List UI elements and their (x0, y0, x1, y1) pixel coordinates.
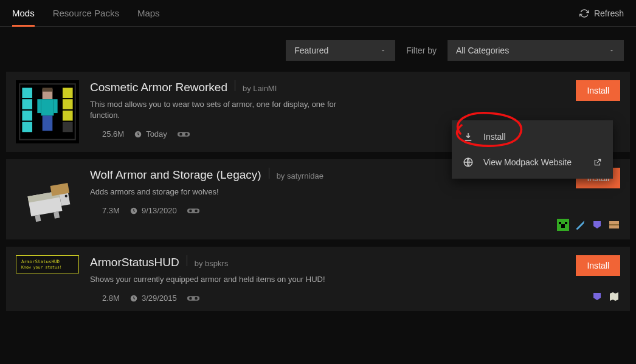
svg-rect-9 (63, 122, 73, 132)
download-icon (90, 207, 99, 215)
svg-point-32 (195, 209, 198, 212)
ctx-view-website-label: View Modpack Website (483, 157, 572, 167)
mod-author: by bspkrs (195, 259, 229, 268)
refresh-label: Refresh (594, 9, 624, 18)
downloads: 2.8M (90, 294, 120, 303)
svg-rect-11 (43, 88, 53, 91)
tab-label: Maps (137, 8, 160, 18)
mod-card: ArmorStatusHUDKnow your status! ArmorSta… (6, 247, 630, 311)
mod-title[interactable]: Cosmetic Armor Reworked (90, 81, 227, 94)
downloads-count: 25.6M (102, 129, 124, 139)
tag-weapon-icon[interactable] (574, 219, 586, 231)
content-tabs: Mods Resource Packs Maps Refresh (0, 0, 636, 27)
install-label: Install (587, 86, 609, 95)
chevron-down-icon (608, 47, 615, 54)
divider (269, 168, 269, 179)
tag-mob-icon[interactable] (557, 219, 569, 231)
ctx-view-website[interactable]: View Modpack Website (452, 149, 613, 175)
tag-armor-icon[interactable] (591, 290, 603, 303)
mod-meta: 7.3M 9/13/2020 (90, 206, 546, 215)
svg-rect-4 (22, 111, 32, 121)
tab-maps[interactable]: Maps (137, 0, 160, 27)
tab-mods[interactable]: Mods (12, 0, 35, 27)
svg-text:ArmorStatusHUD: ArmorStatusHUD (21, 259, 60, 264)
tag-storage-icon[interactable] (608, 219, 620, 231)
mod-title[interactable]: ArmorStatusHUD (90, 256, 179, 269)
svg-rect-6 (63, 88, 73, 98)
vr-indicator (177, 130, 190, 139)
goggles-icon (187, 294, 200, 303)
download-icon (90, 294, 99, 303)
updated: 3/29/2015 (130, 294, 177, 303)
mod-thumbnail[interactable] (16, 80, 79, 143)
downloads: 25.6M (90, 129, 124, 139)
install-button[interactable]: Install (576, 80, 620, 101)
category-select[interactable]: All Categories (448, 40, 624, 61)
refresh-button[interactable]: Refresh (579, 9, 624, 18)
mod-thumbnail[interactable] (16, 168, 79, 231)
svg-point-31 (189, 209, 192, 212)
svg-rect-24 (35, 215, 41, 222)
mod-info: ArmorStatusHUD by bspkrs Shows your curr… (90, 255, 565, 303)
mod-description: Adds armors and storage for wolves! (90, 187, 339, 197)
filter-row: Featured Filter by All Categories (0, 27, 636, 72)
globe-icon (463, 157, 474, 168)
vr-indicator (187, 294, 200, 303)
tab-label: Resource Packs (53, 8, 119, 18)
mod-author: by LainMI (243, 84, 277, 93)
svg-rect-14 (54, 99, 57, 113)
svg-rect-30 (187, 208, 199, 213)
divider (187, 255, 187, 266)
clock-icon (130, 207, 138, 215)
tag-armor-icon[interactable] (591, 219, 603, 231)
svg-rect-8 (63, 111, 73, 121)
tag-map-icon[interactable] (608, 290, 620, 303)
svg-rect-16 (47, 115, 52, 131)
refresh-icon (579, 9, 589, 18)
category-selected: All Categories (456, 46, 509, 55)
svg-rect-38 (609, 224, 619, 225)
mod-meta: 2.8M 3/29/2015 (90, 294, 565, 303)
ctx-install[interactable]: Install (452, 124, 613, 149)
mod-title[interactable]: Wolf Armor and Storage (Legacy) (90, 168, 261, 182)
mod-tags (591, 290, 620, 303)
svg-point-20 (185, 133, 188, 136)
clock-icon (130, 294, 138, 303)
mod-actions: Install (576, 255, 620, 303)
updated-date: 3/29/2015 (142, 294, 177, 303)
svg-point-44 (195, 297, 198, 300)
external-link-icon (593, 158, 602, 167)
mod-tags (557, 219, 620, 231)
updated-date: 9/13/2020 (142, 206, 177, 215)
clock-icon (134, 130, 142, 139)
tab-resource-packs[interactable]: Resource Packs (53, 0, 119, 27)
updated: 9/13/2020 (130, 206, 177, 215)
install-button[interactable]: Install (576, 255, 620, 276)
mod-thumbnail[interactable]: ArmorStatusHUDKnow your status! (16, 255, 79, 273)
svg-rect-42 (187, 296, 199, 300)
svg-rect-36 (561, 224, 565, 228)
svg-rect-3 (22, 99, 32, 109)
svg-rect-7 (63, 99, 73, 109)
svg-point-43 (189, 297, 192, 300)
download-icon (90, 130, 99, 139)
svg-rect-2 (22, 88, 32, 98)
mod-description: Shows your currently equipped armor and … (90, 274, 339, 285)
mod-author: by satyrnidae (277, 171, 323, 180)
updated: Today (134, 129, 167, 139)
svg-rect-18 (178, 132, 190, 136)
downloads: 7.3M (90, 206, 120, 215)
svg-rect-34 (559, 222, 561, 224)
svg-text:Know your status!: Know your status! (21, 265, 62, 270)
downloads-count: 2.8M (102, 294, 120, 303)
svg-rect-12 (41, 99, 54, 115)
sort-selected: Featured (294, 46, 328, 55)
divider (235, 80, 235, 91)
svg-point-19 (179, 133, 182, 136)
tab-label: Mods (12, 8, 35, 18)
sort-select[interactable]: Featured (286, 40, 395, 61)
chevron-down-icon (379, 47, 387, 54)
goggles-icon (187, 207, 200, 215)
svg-rect-35 (565, 222, 567, 224)
install-label: Install (587, 261, 609, 270)
